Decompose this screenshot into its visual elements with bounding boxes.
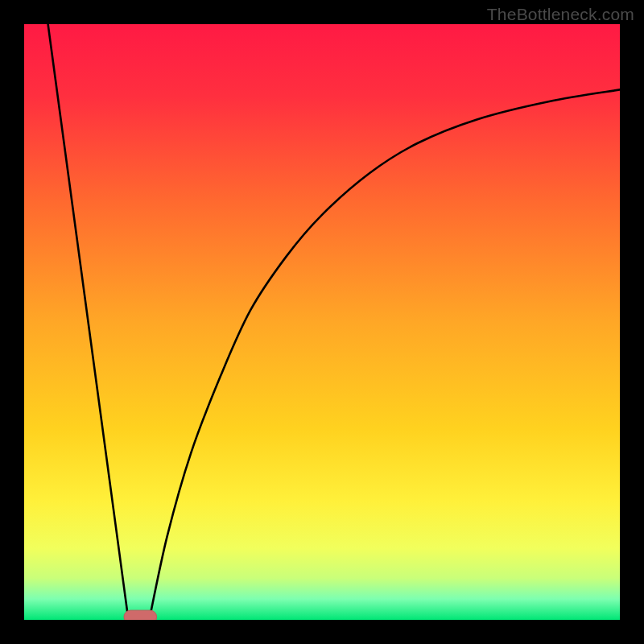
bottleneck-chart [24,24,620,620]
min-marker-pill [124,610,157,620]
gradient-background [24,24,620,620]
chart-frame: TheBottleneck.com [0,0,644,644]
watermark-text: TheBottleneck.com [487,5,634,24]
